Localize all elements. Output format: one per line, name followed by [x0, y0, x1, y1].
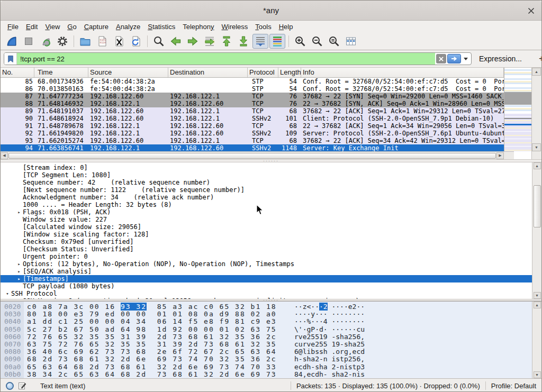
go-to-packet-button[interactable] — [202, 34, 218, 49]
hex-ascii[interactable]: ··z<···2 ····e2·· — [294, 303, 365, 311]
packet-row[interactable]: 9071.648618924192.168.122.60192.168.122.… — [1, 115, 504, 122]
hex-bytes[interactable]: 72 76 65 32 35 35 31 39 2d 73 68 61 32 3… — [27, 333, 294, 341]
detail-line[interactable]: ▾SSH Protocol — [1, 290, 532, 297]
detail-line[interactable]: Window size value: 227 — [1, 216, 532, 223]
go-forward-button[interactable] — [185, 34, 201, 49]
hex-ascii[interactable]: ····y··· ········ — [294, 311, 365, 318]
save-file-button[interactable]: 01010110 — [94, 34, 110, 49]
menu-item-tools[interactable]: Tools — [251, 22, 275, 32]
packet-row[interactable]: 8971.648191037192.168.122.60192.168.122.… — [1, 107, 504, 115]
go-to-top-button[interactable] — [219, 34, 234, 49]
find-packet-button[interactable] — [151, 34, 167, 49]
expand-arrow-icon[interactable]: ▸ — [15, 275, 23, 282]
detail-line[interactable]: ▸[Timestamps] — [1, 275, 532, 282]
expression-button[interactable]: Expression... — [479, 54, 522, 63]
vertical-scroll-trough[interactable] — [532, 76, 541, 143]
menu-item-view[interactable]: View — [41, 22, 64, 32]
capture-comment-icon[interactable] — [18, 381, 26, 390]
detail-line[interactable]: [Next sequence number: 1122 (relative se… — [1, 186, 532, 194]
column-header-src[interactable]: Source — [88, 68, 168, 77]
detail-scroll-up-button[interactable]: ▲ — [534, 162, 541, 169]
filter-clear-button[interactable] — [436, 54, 446, 63]
display-filter-field[interactable] — [4, 52, 472, 65]
menu-item-statistics[interactable]: Statistics — [144, 22, 179, 32]
menu-item-edit[interactable]: Edit — [22, 22, 41, 32]
profile-label[interactable]: Profile: Default — [491, 382, 541, 390]
packet-list-vertical-scrollbar[interactable]: ▲ ▼ — [531, 68, 541, 159]
auto-scroll-button[interactable] — [252, 34, 268, 49]
scroll-left-button[interactable]: ◀ — [1, 152, 8, 159]
go-to-bottom-button[interactable] — [236, 34, 251, 49]
expand-arrow-icon[interactable]: ▸ — [15, 208, 23, 216]
hex-scroll-down-button[interactable]: ▼ — [534, 371, 541, 378]
display-filter-input[interactable] — [20, 55, 435, 63]
stop-capture-button[interactable] — [21, 34, 37, 49]
detail-scroll-thumb[interactable] — [534, 185, 541, 227]
menu-item-capture[interactable]: Capture — [80, 22, 112, 32]
start-capture-button[interactable] — [4, 34, 20, 49]
expand-arrow-icon[interactable]: ▾ — [4, 290, 11, 297]
expert-info-icon[interactable] — [6, 382, 14, 390]
packet-row[interactable]: 9471.663856741192.168.122.1192.168.122.6… — [1, 144, 504, 151]
hex-bytes[interactable]: 36 40 6c 69 62 73 73 68 2e 6f 72 67 2c 6… — [27, 348, 294, 355]
detail-line[interactable]: [Stream index: 0] — [1, 164, 532, 171]
hex-ascii[interactable]: rve25519 -sha256, — [294, 333, 365, 341]
detail-line[interactable]: Checksum: 0x79ed [unverified] — [1, 238, 532, 245]
hex-ascii[interactable]: ···%···4 ········ — [294, 318, 365, 325]
hex-bytes[interactable]: 5c 27 b2 67 50 ad 64 98 1d 92 00 00 01 0… — [27, 326, 294, 333]
detail-line[interactable]: [Calculated window size: 29056] — [1, 223, 532, 231]
menu-item-wireless[interactable]: Wireless — [218, 22, 252, 32]
hex-bytes[interactable]: 63 75 72 76 65 32 35 35 31 39 2d 73 68 6… — [27, 341, 294, 348]
hex-bytes[interactable]: 68 2d 73 68 61 32 2d 6e 69 73 74 70 32 3… — [27, 355, 294, 363]
hex-bytes[interactable]: a1 dd c1 25 00 00 04 34 06 14 f5 e8 f9 8… — [27, 318, 294, 325]
column-header-time[interactable]: Time — [34, 68, 88, 77]
close-file-button[interactable] — [111, 34, 127, 49]
detail-line[interactable]: [Checksum Status: Unverified] — [1, 245, 532, 253]
hex-row[interactable]: 003080 18 00 e3 79 ed 00 00 01 01 08 0a … — [1, 311, 532, 318]
scroll-up-button[interactable]: ▲ — [532, 68, 541, 76]
packet-row[interactable]: 8771.647777234192.168.122.60192.168.122.… — [1, 93, 504, 100]
filter-bookmark-button[interactable] — [4, 53, 17, 65]
hex-row[interactable]: 00b038 34 2c 65 63 64 68 2d 73 68 61 32 … — [1, 371, 532, 378]
column-header-no[interactable]: No. — [1, 68, 34, 77]
packet-row[interactable]: 8670.013850163fe:54:00:d4:38:2aSTP54Conf… — [1, 85, 504, 93]
menu-item-telephony[interactable]: Telephony — [179, 22, 218, 32]
detail-line[interactable]: [Window size scaling factor: 128] — [1, 231, 532, 238]
colorize-button[interactable] — [269, 34, 285, 49]
hex-ascii[interactable]: \'·gP·d· ······cu — [294, 326, 365, 333]
hex-row[interactable]: 00a065 63 64 68 2d 73 68 61 32 2d 6e 69 … — [1, 363, 532, 371]
hex-row[interactable]: 0040a1 dd c1 25 00 00 04 34 06 14 f5 e8 … — [1, 318, 532, 325]
detail-line[interactable]: ▸[SEQ/ACK analysis] — [1, 268, 532, 275]
expand-arrow-icon[interactable]: ▸ — [15, 260, 23, 268]
expand-arrow-icon[interactable]: ▸ — [15, 297, 23, 299]
packet-row[interactable]: 8871.648146932192.168.122.1192.168.122.6… — [1, 100, 504, 107]
menu-item-help[interactable]: Help — [275, 22, 297, 32]
reload-file-button[interactable] — [128, 34, 144, 49]
menu-item-go[interactable]: Go — [64, 22, 80, 32]
hex-ascii[interactable]: h-sha2-n istp256, — [294, 355, 365, 363]
menu-item-analyze[interactable]: Analyze — [112, 22, 144, 32]
detail-line[interactable]: [TCP Segment Len: 1080] — [1, 171, 532, 179]
column-header-len[interactable]: Length — [278, 68, 301, 77]
column-header-proto[interactable]: Protocol — [248, 68, 278, 77]
hex-row[interactable]: 008036 40 6c 69 62 73 73 68 2e 6f 72 67 … — [1, 348, 532, 355]
hex-bytes[interactable]: 65 63 64 68 2d 73 68 61 32 2d 6e 69 73 7… — [27, 363, 294, 371]
hex-row[interactable]: 007063 75 72 76 65 32 35 35 31 39 2d 73 … — [1, 341, 532, 348]
hex-ascii[interactable]: ecdh-sha 2-nistp3 — [294, 363, 365, 371]
detail-line[interactable]: ▸Flags: 0x018 (PSH, ACK) — [1, 208, 532, 216]
hex-scroll-up-button[interactable]: ▲ — [534, 302, 541, 308]
detail-vertical-scrollbar[interactable]: ▲ ▼ — [532, 162, 541, 299]
hex-row[interactable]: 009068 2d 73 68 61 32 2d 6e 69 73 74 70 … — [1, 355, 532, 363]
filter-apply-button[interactable] — [447, 54, 461, 63]
close-button[interactable] — [526, 5, 536, 16]
zoom-reset-button[interactable] — [326, 34, 342, 49]
open-file-button[interactable] — [77, 34, 93, 49]
hex-ascii[interactable]: 6@libssh .org,ecd — [294, 348, 365, 355]
detail-line[interactable]: TCP payload (1080 bytes) — [1, 282, 532, 290]
filter-add-button[interactable]: + — [535, 53, 542, 64]
hex-vertical-scrollbar[interactable]: ▲ ▼ — [532, 302, 541, 378]
hex-ascii[interactable]: 84,ecdh- sha2-nis — [294, 371, 365, 378]
hex-row[interactable]: 00505c 27 b2 67 50 ad 64 98 1d 92 00 00 … — [1, 326, 532, 333]
restart-capture-button[interactable] — [38, 34, 53, 49]
hex-row[interactable]: 0020c0 a8 7a 3c 00 16 93 32 85 a3 ac c0 … — [1, 303, 532, 311]
